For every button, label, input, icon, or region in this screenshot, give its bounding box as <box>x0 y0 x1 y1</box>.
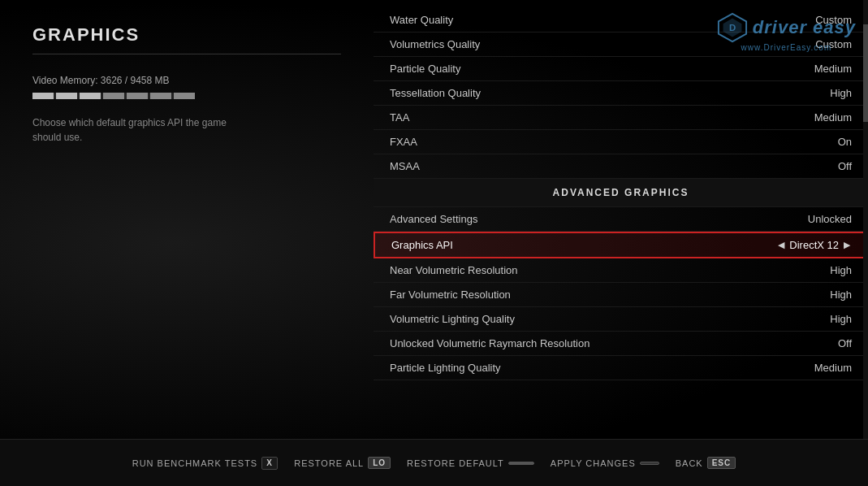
setting-value: Medium <box>814 111 852 124</box>
memory-bar-segment-7 <box>174 93 195 99</box>
setting-row[interactable]: Tessellation Quality High <box>374 81 868 106</box>
scroll-thumb[interactable] <box>863 24 868 122</box>
setting-row[interactable]: Particle Quality Medium <box>374 57 868 81</box>
restore-default-label: RESTORE DEFAULT <box>407 458 504 468</box>
memory-bar-segment-3 <box>80 93 101 99</box>
setting-row[interactable]: Graphics API ◀ DirectX 12 ▶ <box>374 232 868 258</box>
restore-all-key: LO <box>368 457 391 469</box>
setting-label: Volumetrics Quality <box>390 38 480 50</box>
section-header-label: Advanced Graphics <box>553 187 689 198</box>
run-benchmark-label: RUN BENCHMARK TESTS <box>132 458 257 468</box>
setting-value: High <box>830 289 852 301</box>
memory-bar <box>32 93 195 99</box>
arrow-right-icon: ▶ <box>844 240 850 250</box>
back-label: BACK <box>676 458 703 468</box>
run-benchmark-action[interactable]: RUN BENCHMARK TESTS X <box>132 457 278 470</box>
setting-row[interactable]: Advanced Settings Unlocked <box>374 207 868 232</box>
setting-label: MSAA <box>390 160 420 172</box>
apply-changes-action[interactable]: APPLY CHANGES <box>551 458 659 468</box>
video-memory-label: Video Memory: 3626 / 9458 MB <box>32 75 341 86</box>
setting-value: High <box>830 313 852 325</box>
watermark: D driver easy www.DriverEasy.com <box>717 12 856 52</box>
setting-value: High <box>830 87 852 99</box>
setting-row[interactable]: MSAA Off <box>374 154 868 179</box>
apply-changes-key <box>640 462 659 465</box>
driver-easy-logo-icon: D <box>717 12 748 43</box>
setting-row[interactable]: Unlocked Volumetric Raymarch Resolution … <box>374 332 868 356</box>
setting-value-text: DirectX 12 <box>789 239 839 251</box>
back-key: ESC <box>707 457 736 469</box>
memory-bar-segment-2 <box>56 93 77 99</box>
memory-bar-segment-5 <box>127 93 148 99</box>
setting-label: Advanced Settings <box>390 213 477 225</box>
setting-row[interactable]: Near Volumetric Resolution High <box>374 258 868 283</box>
setting-row[interactable]: TAA Medium <box>374 106 868 130</box>
settings-panel: Water Quality Custom Volumetrics Quality… <box>374 0 868 439</box>
arrow-left-icon: ◀ <box>778 240 784 250</box>
svg-text:D: D <box>729 23 736 33</box>
setting-value: Unlocked <box>808 213 852 225</box>
restore-default-key <box>508 462 534 465</box>
setting-label: Particle Lighting Quality <box>390 362 501 374</box>
restore-default-action[interactable]: RESTORE DEFAULT <box>407 458 534 468</box>
setting-label: Volumetric Lighting Quality <box>390 313 515 325</box>
watermark-brand: driver easy <box>753 17 856 38</box>
setting-row[interactable]: Volumetric Lighting Quality High <box>374 307 868 332</box>
setting-label: Unlocked Volumetric Raymarch Resolution <box>390 337 589 349</box>
setting-label: Tessellation Quality <box>390 87 481 99</box>
setting-value: On <box>838 136 852 148</box>
setting-label: Water Quality <box>390 14 453 26</box>
setting-value: Off <box>838 337 852 349</box>
watermark-url: www.DriverEasy.com <box>741 43 832 52</box>
bottom-action-bar: RUN BENCHMARK TESTS X RESTORE ALL LO RES… <box>0 439 868 486</box>
setting-value: Off <box>838 160 852 172</box>
setting-label: Graphics API <box>391 239 453 251</box>
setting-row[interactable]: Far Volumetric Resolution High <box>374 283 868 307</box>
setting-value: High <box>830 264 852 276</box>
setting-value: ◀ DirectX 12 ▶ <box>778 239 850 251</box>
left-panel: Graphics Video Memory: 3626 / 9458 MB Ch… <box>0 0 374 439</box>
settings-section-header: Advanced Graphics <box>374 179 868 207</box>
setting-row[interactable]: Particle Lighting Quality Medium <box>374 356 868 380</box>
setting-label: Far Volumetric Resolution <box>390 289 511 301</box>
scrollbar[interactable] <box>863 0 868 439</box>
memory-bar-segment-4 <box>103 93 124 99</box>
graphics-api-description: Choose which default graphics API the ga… <box>32 115 244 145</box>
back-action[interactable]: BACK ESC <box>676 457 736 469</box>
apply-changes-label: APPLY CHANGES <box>551 458 636 468</box>
setting-label: Near Volumetric Resolution <box>390 264 518 276</box>
setting-label: TAA <box>390 111 409 124</box>
memory-bar-segment-1 <box>32 93 54 99</box>
run-benchmark-key: X <box>261 457 278 470</box>
setting-label: Particle Quality <box>390 63 460 75</box>
setting-value: Medium <box>814 362 852 374</box>
setting-row[interactable]: FXAA On <box>374 130 868 154</box>
setting-label: FXAA <box>390 136 417 148</box>
setting-value: Medium <box>814 63 852 75</box>
page-title: Graphics <box>32 24 341 54</box>
memory-bar-segment-6 <box>150 93 171 99</box>
restore-all-action[interactable]: RESTORE ALL LO <box>294 457 391 469</box>
restore-all-label: RESTORE ALL <box>294 458 364 468</box>
settings-list: Water Quality Custom Volumetrics Quality… <box>374 0 868 388</box>
